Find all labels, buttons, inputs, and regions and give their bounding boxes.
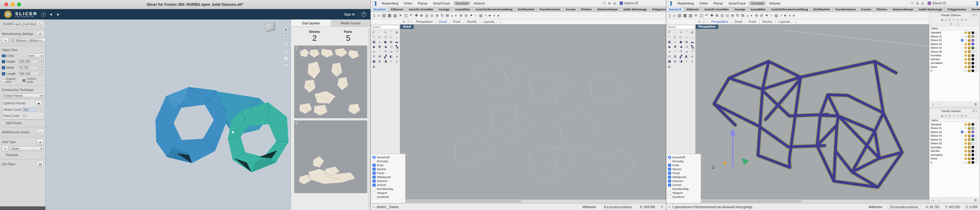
add-remove-seams-button[interactable]: ✂ (37, 129, 44, 135)
lock-icon[interactable] (968, 135, 970, 137)
visibility-bulb-icon[interactable] (964, 127, 967, 129)
tool-icon[interactable]: · (377, 30, 383, 35)
toolbar-icon[interactable]: ↻ (441, 13, 444, 17)
visibility-bulb-icon[interactable] (964, 39, 967, 41)
material-circle-icon[interactable] (975, 54, 978, 57)
viewport-tab[interactable]: Rechts (759, 20, 775, 24)
tool-icon[interactable]: ▚ (689, 45, 695, 49)
lock-icon[interactable] (968, 154, 970, 156)
tool-icon[interactable]: ⊞ (672, 54, 678, 59)
tool-icon[interactable]: ◞ (689, 35, 695, 39)
tool-icon[interactable]: ◼ (678, 40, 684, 44)
panel-tab-icon[interactable]: ◫ (948, 114, 951, 117)
osnap-checkbox[interactable] (372, 196, 375, 199)
layer-row[interactable]: fold-line (929, 57, 979, 62)
mode-toggle[interactable]: Gumball (453, 1, 471, 5)
lock-icon[interactable] (968, 162, 970, 164)
panel-tab-icon[interactable]: ▯ (945, 114, 947, 117)
toolbar-icon[interactable]: ⊘ (760, 13, 764, 17)
cplane-target-icon[interactable]: ⊕ (608, 1, 611, 5)
visibility-bulb-icon[interactable] (964, 43, 967, 45)
toolbar-icon[interactable]: ▦ (388, 13, 391, 17)
command-history-line[interactable]: Befehl: _Delete (377, 205, 398, 209)
current-layer-radio[interactable] (961, 62, 964, 65)
drauf-viewport[interactable]: Drauf (400, 24, 666, 199)
panel-gear-button[interactable]: ⚙ ▾ (972, 110, 978, 113)
material-circle-icon[interactable] (975, 127, 978, 129)
toolbar-icon[interactable]: ◕ (497, 13, 499, 17)
mode-toggle[interactable]: Historie (471, 1, 487, 5)
toolbar-icon[interactable]: ◐ (455, 13, 458, 17)
tool-icon[interactable]: ◎ (689, 30, 695, 35)
mode-toggle[interactable]: SmartTrack (430, 1, 452, 5)
ribbon-tab[interactable]: Standard (666, 7, 684, 11)
layer-row[interactable]: frame (929, 65, 979, 69)
cplane-selector[interactable]: Konstruktionsebene (888, 205, 920, 209)
toolbar-icon[interactable]: ↶ (705, 13, 708, 17)
lock-icon[interactable] (968, 146, 970, 148)
layer-name[interactable]: fold-line (931, 150, 960, 153)
layer-row[interactable]: Ebene 05 (929, 50, 979, 54)
ribbon-tab[interactable]: Sichtbarkeit (811, 7, 832, 11)
toolbar-icon[interactable]: ⊘ (465, 13, 468, 17)
toolbar-icon[interactable]: ● (488, 13, 491, 17)
lock-icon[interactable] (968, 47, 970, 49)
layer-color-swatch[interactable] (972, 32, 974, 34)
current-layer-radio[interactable] (961, 134, 964, 137)
current-layer-radio[interactable] (961, 123, 964, 126)
current-layer-radio[interactable] (961, 150, 964, 153)
toolbar-icon[interactable]: ◕ (792, 13, 795, 17)
visibility-bulb-icon[interactable] (964, 161, 967, 164)
layer-name[interactable]: boundary (931, 146, 960, 149)
tool-icon[interactable]: ▞ (383, 54, 388, 59)
panel-tab-icon[interactable]: ◌ (954, 22, 956, 25)
tool-icon[interactable]: ◗ (377, 40, 383, 44)
mode-toggle[interactable]: Rasterfang (380, 1, 401, 5)
lock-icon[interactable] (968, 66, 970, 68)
layer-name[interactable]: annotation (931, 153, 960, 156)
tool-icon[interactable]: ▩ (371, 59, 377, 64)
material-circle-icon[interactable] (975, 123, 978, 126)
tool-icon[interactable]: ⊤ (394, 50, 400, 54)
layer-color-swatch[interactable] (972, 39, 974, 42)
layer-name[interactable]: Ebene 05 (931, 142, 960, 145)
osnap-checkbox[interactable] (668, 164, 671, 167)
tool-icon[interactable]: ◁ (684, 45, 689, 49)
layer-row[interactable]: Standard (929, 123, 979, 126)
osnap-checkbox[interactable] (372, 191, 375, 194)
current-layer-radio[interactable] (961, 58, 964, 60)
toolbar-icon[interactable]: ⊞ (741, 13, 745, 17)
toolbar-icon[interactable]: ◫ (404, 13, 407, 17)
layout-scrollbar[interactable] (368, 28, 370, 208)
tool-icon[interactable]: ⊤ (689, 50, 695, 54)
toolbar-icon[interactable]: ⊞ (445, 13, 449, 17)
sheet-2-thumbnail[interactable]: 2 (294, 120, 368, 193)
lock-icon[interactable] (968, 143, 970, 145)
layer-color-swatch[interactable] (972, 142, 974, 145)
tool-icon[interactable]: ◞ (394, 35, 400, 39)
tool-icon[interactable]: ▷ (377, 35, 383, 39)
visibility-bulb-icon[interactable] (964, 150, 967, 152)
material-circle-icon[interactable] (975, 35, 978, 38)
visibility-bulb-icon[interactable] (964, 131, 967, 133)
lock-icon[interactable] (968, 62, 970, 65)
toolbar-icon[interactable]: ◍ (479, 13, 482, 17)
current-layer-radio[interactable] (961, 153, 964, 156)
add-layer-button[interactable]: ＋ (932, 102, 935, 106)
toolbar-icon[interactable]: ⊕ (420, 13, 423, 17)
mode-toggle[interactable]: SmartTrack (726, 1, 748, 5)
layer-name[interactable]: Ebene 03 (931, 43, 960, 46)
toolbar-icon[interactable]: ⊜ (755, 13, 758, 17)
panel-tab-icon[interactable]: ◫ (948, 18, 951, 21)
layer-row[interactable]: 0 (929, 161, 979, 165)
panel-tab-icon[interactable]: ✕ (965, 114, 967, 117)
panel-tab-icon[interactable]: ≋ (950, 22, 952, 25)
perforate-checkbox[interactable] (2, 154, 5, 156)
record-history-icon[interactable]: ◎ (613, 1, 616, 5)
current-layer-chip[interactable]: Ebene 02 (926, 1, 972, 5)
panel-footer-gear[interactable]: ⚙ (974, 103, 977, 106)
lock-icon[interactable] (968, 39, 970, 42)
osnap-checkbox[interactable] (372, 164, 375, 167)
viewport-nav-icon[interactable]: ⊖ (283, 41, 288, 47)
layer-name[interactable]: Ebene 04 (931, 138, 960, 141)
